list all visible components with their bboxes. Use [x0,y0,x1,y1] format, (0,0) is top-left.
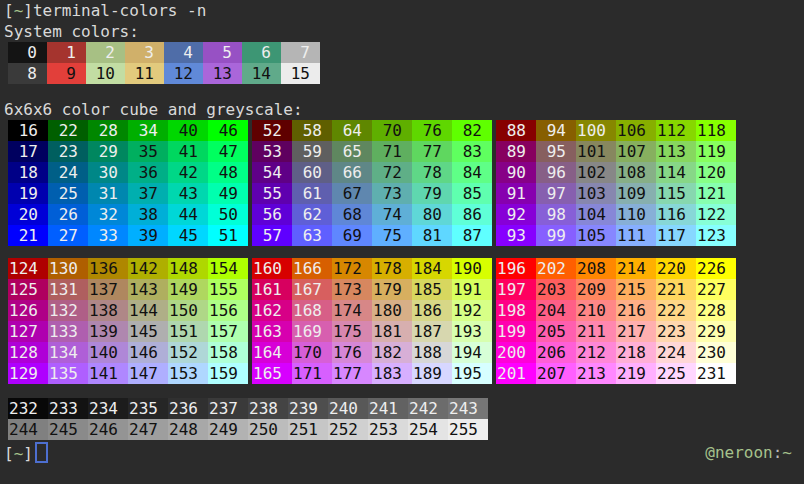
color-cell: 69 [332,225,372,246]
color-cell: 211 [576,321,616,342]
color-cell: 67 [332,183,372,204]
color-cell: 45 [168,225,208,246]
color-cell: 35 [128,141,168,162]
color-cell: 240 [328,398,368,419]
color-cell: 94 [536,120,576,141]
color-cell: 55 [252,183,292,204]
color-cell: 201 [496,363,536,384]
color-cell: 86 [452,204,492,225]
color-cell: 90 [496,162,536,183]
color-cell: 49 [208,183,248,204]
color-cell: 159 [208,363,248,384]
color-cell: 37 [128,183,168,204]
color-cell: 237 [208,398,248,419]
color-cell: 146 [128,342,168,363]
color-cell: 47 [208,141,248,162]
color-cell: 255 [448,419,488,440]
color-cell: 198 [496,300,536,321]
color-cell: 230 [696,342,736,363]
color-cell: 30 [88,162,128,183]
status-host: @neroon:~ [705,442,792,463]
color-cell: 231 [696,363,736,384]
color-cell: 179 [372,279,412,300]
color-cell: 46 [208,120,248,141]
color-cell: 221 [656,279,696,300]
status-user: @neroon [705,443,772,462]
color-cell: 123 [696,225,736,246]
color-cell: 58 [292,120,332,141]
color-cell: 62 [292,204,332,225]
color-cell: 131 [48,279,88,300]
color-cell: 189 [412,363,452,384]
color-cell: 238 [248,398,288,419]
color-cell: 56 [252,204,292,225]
color-cell: 207 [536,363,576,384]
cube-block: 1622283440461723293541471824303642481925… [8,120,248,246]
color-cell: 32 [88,204,128,225]
color-cell: 115 [656,183,696,204]
color-cell: 28 [88,120,128,141]
color-cell: 103 [576,183,616,204]
prompt-tilde: ~ [14,444,24,463]
color-cell: 229 [696,321,736,342]
color-cell: 120 [696,162,736,183]
color-cell: 117 [656,225,696,246]
color-cell: 50 [208,204,248,225]
color-cell: 64 [332,120,372,141]
system-color-row-1: 01234567 [8,42,804,63]
color-cell: 25 [48,183,88,204]
color-cell: 152 [168,342,208,363]
color-cell: 177 [332,363,372,384]
color-cell: 126 [8,300,48,321]
color-cell: 0 [8,42,47,63]
color-cell: 122 [696,204,736,225]
prompt-line-bottom: [~]@neroon:~ [0,442,804,463]
color-cell: 186 [412,300,452,321]
color-cell: 15 [281,63,320,84]
terminal-screen[interactable]: [~]terminal-colors -n System colors: 012… [0,0,804,484]
color-cell: 21 [8,225,48,246]
color-cell: 1 [47,42,86,63]
color-cell: 79 [412,183,452,204]
color-cell: 155 [208,279,248,300]
color-cell: 165 [252,363,292,384]
color-cell: 134 [48,342,88,363]
color-cell: 13 [203,63,242,84]
color-cell: 228 [696,300,736,321]
color-cell: 151 [168,321,208,342]
color-cell: 114 [656,162,696,183]
color-cell: 195 [452,363,492,384]
color-cell: 73 [372,183,412,204]
color-cell: 61 [292,183,332,204]
color-cell: 99 [536,225,576,246]
cube-label: 6x6x6 color cube and greyscale: [0,99,804,120]
color-cell: 125 [8,279,48,300]
system-color-row-2: 89101112131415 [8,63,804,84]
color-cell: 78 [412,162,452,183]
color-cell: 9 [47,63,86,84]
color-cell: 81 [412,225,452,246]
color-cell: 88 [496,120,536,141]
color-cell: 24 [48,162,88,183]
color-cell: 130 [48,258,88,279]
color-cell: 254 [408,419,448,440]
color-cell: 154 [208,258,248,279]
color-cell: 185 [412,279,452,300]
color-cell: 51 [208,225,248,246]
color-cell: 91 [496,183,536,204]
color-cell: 242 [408,398,448,419]
color-cell: 196 [496,258,536,279]
color-cell: 111 [616,225,656,246]
color-cell: 26 [48,204,88,225]
cursor-block [35,442,48,463]
color-cell: 23 [48,141,88,162]
color-cell: 232 [8,398,48,419]
color-cell: 31 [88,183,128,204]
color-cell: 85 [452,183,492,204]
color-cell: 164 [252,342,292,363]
color-cell: 188 [412,342,452,363]
color-cell: 27 [48,225,88,246]
greyscale-row-1: 232233234235236237238239240241242243 [8,398,804,419]
color-cell: 160 [252,258,292,279]
color-cell: 22 [48,120,88,141]
